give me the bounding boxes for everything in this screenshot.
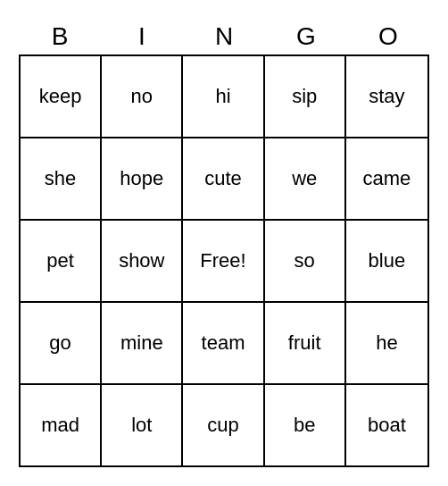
bingo-grid: keep no hi sip stay she hope cute we cam… <box>19 54 429 467</box>
cell-r4c3[interactable]: team <box>183 303 264 383</box>
cell-r2c4[interactable]: we <box>265 138 346 219</box>
bingo-row: keep no hi sip stay <box>21 56 427 138</box>
bingo-row: she hope cute we came <box>21 138 427 221</box>
cell-r1c4[interactable]: sip <box>265 56 346 137</box>
cell-r2c3[interactable]: cute <box>183 138 264 219</box>
bingo-header: B I N G O <box>19 19 429 54</box>
cell-r2c5[interactable]: came <box>346 138 427 219</box>
header-g: G <box>265 19 347 54</box>
cell-r3c4[interactable]: so <box>265 221 346 301</box>
cell-r4c5[interactable]: he <box>346 303 427 383</box>
header-o: O <box>347 19 429 54</box>
cell-r5c2[interactable]: lot <box>102 385 183 465</box>
cell-r4c2[interactable]: mine <box>102 303 183 383</box>
cell-r1c2[interactable]: no <box>102 56 183 137</box>
cell-r3c2[interactable]: show <box>102 221 183 301</box>
cell-r1c1[interactable]: keep <box>21 56 102 137</box>
bingo-board: B I N G O keep no hi sip stay she hope c… <box>19 19 429 467</box>
cell-r5c3[interactable]: cup <box>183 385 264 465</box>
bingo-row: go mine team fruit he <box>21 303 427 385</box>
bingo-row: mad lot cup be boat <box>21 385 427 465</box>
cell-r4c1[interactable]: go <box>21 303 102 383</box>
cell-r5c5[interactable]: boat <box>346 385 427 465</box>
cell-r5c1[interactable]: mad <box>21 385 102 465</box>
cell-r1c3[interactable]: hi <box>183 56 264 137</box>
cell-r2c1[interactable]: she <box>21 138 102 219</box>
cell-r1c5[interactable]: stay <box>346 56 427 137</box>
header-b: B <box>19 19 101 54</box>
cell-r3c5[interactable]: blue <box>346 221 427 301</box>
header-i: I <box>101 19 183 54</box>
cell-r3c1[interactable]: pet <box>21 221 102 301</box>
cell-r5c4[interactable]: be <box>265 385 346 465</box>
bingo-row: pet show Free! so blue <box>21 221 427 303</box>
cell-r4c4[interactable]: fruit <box>265 303 346 383</box>
cell-free[interactable]: Free! <box>183 221 264 301</box>
header-n: N <box>183 19 265 54</box>
cell-r2c2[interactable]: hope <box>102 138 183 219</box>
